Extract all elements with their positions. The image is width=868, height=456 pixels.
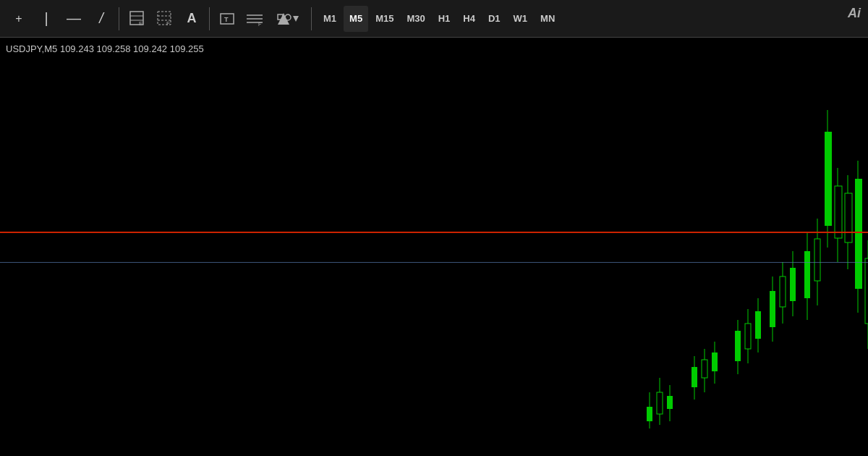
- svg-rect-47: [825, 132, 832, 226]
- text-a-tool[interactable]: A: [179, 6, 205, 32]
- svg-point-16: [285, 14, 291, 20]
- tf-MN[interactable]: MN: [535, 6, 561, 32]
- separator-2: [209, 7, 210, 30]
- tf-H4[interactable]: H4: [457, 6, 481, 32]
- svg-text:F: F: [258, 22, 261, 27]
- price-level-blue-line: [0, 262, 868, 263]
- toolbar: + | — / E F A T: [0, 0, 868, 38]
- svg-rect-21: [657, 392, 663, 414]
- svg-rect-23: [667, 396, 673, 409]
- tf-M30[interactable]: M30: [401, 6, 430, 32]
- candlestick-chart: [637, 38, 868, 456]
- svg-rect-27: [702, 360, 707, 378]
- draw-f-tool[interactable]: F: [151, 6, 177, 32]
- svg-rect-33: [745, 324, 751, 349]
- svg-text:F: F: [166, 20, 170, 26]
- svg-rect-35: [755, 311, 761, 339]
- svg-rect-43: [804, 251, 810, 298]
- vertical-line-tool[interactable]: |: [33, 6, 59, 32]
- diagonal-line-tool[interactable]: /: [88, 6, 114, 32]
- svg-rect-49: [835, 186, 842, 238]
- ai-badge[interactable]: Ai: [848, 6, 861, 21]
- separator-1: [119, 7, 119, 30]
- timeframe-separator: [311, 7, 312, 30]
- svg-rect-25: [692, 367, 697, 387]
- ohlc-info: USDJPY,M5 109.243 109.258 109.242 109.25…: [6, 43, 204, 54]
- tf-M15[interactable]: M15: [370, 6, 399, 32]
- svg-rect-29: [712, 352, 718, 371]
- tf-M1[interactable]: M1: [318, 6, 342, 32]
- parallel-lines-tool[interactable]: F: [242, 6, 268, 32]
- svg-rect-51: [845, 193, 852, 242]
- horizontal-line-tool[interactable]: —: [61, 6, 87, 32]
- svg-rect-53: [855, 179, 862, 289]
- tf-W1[interactable]: W1: [508, 6, 534, 32]
- svg-text:E: E: [139, 20, 142, 26]
- tf-H1[interactable]: H1: [433, 6, 456, 32]
- chart-area: USDJPY,M5 109.243 109.258 109.242 109.25…: [0, 38, 868, 456]
- svg-marker-17: [293, 16, 299, 22]
- svg-rect-39: [780, 276, 786, 307]
- svg-text:T: T: [224, 16, 229, 23]
- tf-M5[interactable]: M5: [344, 6, 368, 32]
- text-box-tool[interactable]: T: [214, 6, 240, 32]
- tf-D1[interactable]: D1: [482, 6, 506, 32]
- shape-tool[interactable]: [269, 6, 305, 32]
- svg-rect-41: [790, 268, 796, 301]
- svg-rect-45: [814, 239, 820, 281]
- svg-rect-19: [647, 407, 652, 421]
- crosshair-tool[interactable]: +: [6, 6, 32, 32]
- price-level-red-line: [0, 232, 868, 233]
- svg-rect-55: [865, 258, 868, 324]
- draw-e-tool[interactable]: E: [124, 6, 150, 32]
- svg-rect-37: [770, 291, 775, 327]
- svg-rect-31: [735, 331, 741, 361]
